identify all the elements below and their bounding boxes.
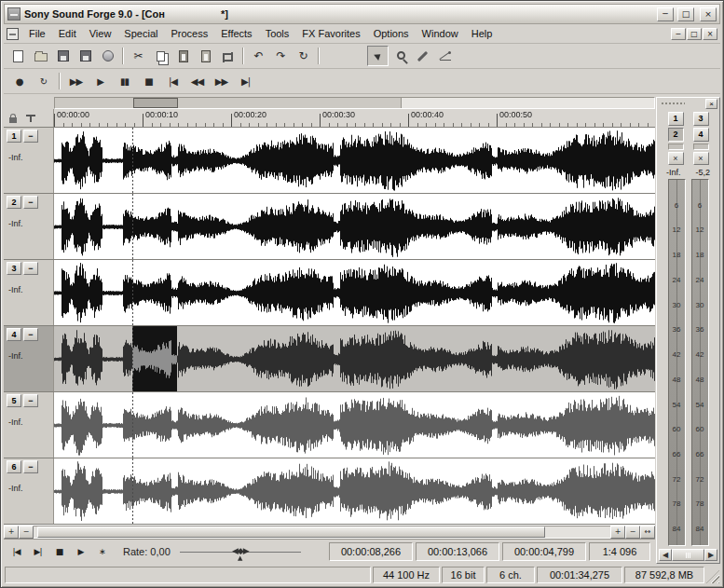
channel-minimize-button[interactable]: − [23,130,38,143]
pencil-tool-button[interactable] [412,46,433,66]
meter-channel-1-button[interactable]: 1 [668,112,684,126]
time-ruler[interactable]: 00:00:0000:00:1000:00:2000:00:3000:00:40… [54,109,655,127]
menu-help[interactable]: Help [465,26,499,41]
menu-view[interactable]: View [83,26,118,41]
meter-channel-2-button[interactable]: 2 [668,128,684,142]
menu-special[interactable]: Special [117,26,164,41]
playbar-stop-button[interactable]: ■ [49,543,69,561]
track-height-zoom-in-button[interactable]: + [4,526,19,539]
go-to-start-button[interactable]: |◀ [161,72,184,91]
selection-length-field[interactable]: 00:00:04,799 [502,542,586,561]
channel-minimize-button[interactable]: − [23,328,38,341]
magnify-tool-button[interactable] [389,46,411,66]
mdi-close-button[interactable]: × [703,28,717,40]
menu-fx-favorites[interactable]: FX Favorites [295,26,366,41]
scroll-left-button[interactable]: ◀ [659,549,672,561]
meters-panel-header[interactable]: × [659,98,717,110]
mdi-restore-button[interactable]: □ [687,28,702,40]
track-height-zoom-out-button[interactable]: − [19,526,34,539]
channel-minimize-button[interactable]: − [23,394,38,407]
mute-icon[interactable]: × [693,152,709,165]
meters-close-button[interactable]: × [705,99,717,109]
zoom-ratio-field[interactable]: 1:4 096 [589,542,650,561]
go-to-end-button[interactable]: ▶| [234,72,257,91]
meters-scrollbar-thumb[interactable] [672,549,704,561]
cut-button[interactable]: ✂ [128,46,149,66]
selection-start-field[interactable]: 00:00:08,266 [329,542,413,561]
envelope-tool-button[interactable] [434,46,456,66]
meter-channel-4-button[interactable]: 4 [693,128,709,142]
channel-number-button[interactable]: 1 [7,130,21,143]
scrollbar-thumb[interactable] [37,526,545,538]
play-all-button[interactable]: ▶▶ [64,72,88,91]
panel-grip-icon[interactable] [661,102,685,106]
edit-tool-button[interactable] [367,46,389,66]
overview-thumb[interactable] [55,98,402,108]
mdi-minimize-button[interactable]: ─ [671,28,686,40]
save-button[interactable] [52,46,74,66]
close-button[interactable]: × [700,7,717,21]
zoom-out-time-button[interactable]: − [625,526,640,539]
waveform-canvas-1[interactable] [54,128,655,193]
playbar-scrub-button[interactable]: ∗ [92,543,112,561]
waveform-canvas-2[interactable] [54,194,655,259]
redo-button[interactable]: ↷ [270,46,292,66]
trim-button[interactable] [217,46,239,66]
channel-number-button[interactable]: 5 [7,394,21,407]
selection-end-field[interactable]: 00:00:13,066 [416,542,499,561]
scrollbar-track[interactable] [34,526,610,539]
record-button[interactable]: ● [7,72,31,91]
publish-button[interactable] [97,46,118,66]
zoom-in-time-button[interactable]: + [610,526,625,539]
overview-bar[interactable] [54,97,655,109]
resize-grip[interactable] [706,570,719,583]
channel-minimize-button[interactable]: − [23,460,38,473]
menu-tools[interactable]: Tools [259,26,296,41]
maximize-button[interactable]: □ [677,7,694,21]
save-as-button[interactable] [75,46,96,66]
channel-number-button[interactable]: 4 [7,328,21,341]
mix-button[interactable] [195,46,216,66]
channel-minimize-button[interactable]: − [23,262,38,275]
playbar-go-to-end-button[interactable]: ▶| [28,543,48,561]
menu-edit[interactable]: Edit [52,26,83,41]
repeat-button[interactable]: ↻ [293,46,314,66]
menu-process[interactable]: Process [164,26,214,41]
pause-button[interactable]: ▮▮ [113,72,136,91]
zoom-selection-button[interactable]: ↔ [640,526,655,539]
menu-options[interactable]: Options [367,26,416,41]
meter-channel-3-button[interactable]: 3 [693,112,709,126]
meter-hold-button[interactable] [693,144,709,150]
overview-selection-marker[interactable] [133,98,178,108]
new-button[interactable] [7,46,29,66]
loop-playback-button[interactable]: ↻ [32,72,55,91]
play-button[interactable]: ▶ [89,72,112,91]
channel-minimize-button[interactable]: − [23,196,38,209]
stop-button[interactable]: ■ [137,72,160,91]
menu-effects[interactable]: Effects [214,26,258,41]
open-button[interactable] [30,46,51,66]
channel-number-button[interactable]: 3 [7,262,21,275]
snap-tool-icon[interactable] [26,115,35,122]
rewind-button[interactable]: ◀◀ [185,72,209,91]
waveform-canvas-3[interactable] [54,260,655,325]
forward-button[interactable]: ▶▶ [210,72,233,91]
waveform-canvas-5[interactable] [54,392,655,458]
lock-icon[interactable] [9,117,17,123]
title-bar[interactable]: Sony Sound Forge 9.0 - [Сон *] ─ □ × [4,4,720,24]
rate-slider[interactable]: ◀◆▶ ▲ [180,543,301,561]
mute-icon[interactable]: × [668,152,684,165]
meter-hold-button[interactable] [668,144,684,150]
document-icon[interactable] [7,28,19,40]
scroll-right-button[interactable]: ▶ [704,549,717,561]
playbar-go-to-start-button[interactable]: |◀ [7,543,26,561]
playbar-play-button[interactable]: ▶ [71,543,90,561]
paste-button[interactable] [172,46,194,66]
undo-button[interactable]: ↶ [248,46,269,66]
copy-button[interactable] [150,46,171,66]
menu-file[interactable]: File [22,26,52,41]
waveform-canvas-6[interactable] [54,458,655,524]
channel-number-button[interactable]: 6 [7,460,21,473]
menu-window[interactable]: Window [416,26,465,41]
channel-number-button[interactable]: 2 [7,196,21,209]
